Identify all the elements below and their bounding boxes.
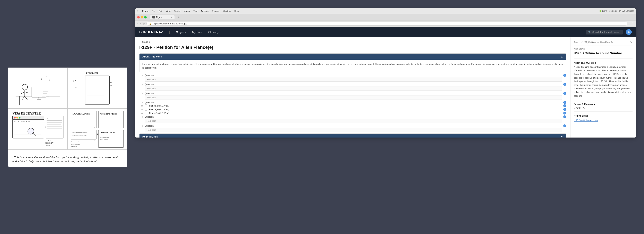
info-icon-1[interactable]: i [563,74,566,77]
minimize-button[interactable] [141,16,143,19]
checkbox-3[interactable] [144,112,147,114]
info-icon-3[interactable]: i [563,92,566,95]
menu-arrange[interactable]: Arrange [201,10,209,12]
info-icon-4[interactable]: i [563,101,566,104]
form-field-row-1: • [139,77,566,82]
svg-text:?: ? [46,74,47,77]
question-label-5: Question [144,115,562,118]
user-avatar[interactable]: S [626,29,632,35]
browser-tab-figma[interactable]: Figma ✕ [150,15,174,19]
tab-close-button[interactable]: ✕ [170,16,172,19]
checkbox-1[interactable] [144,104,147,107]
info-icon-6[interactable]: i [563,124,566,127]
info-icon-2[interactable]: i [563,83,566,86]
sketch-panel: ? ? ? FORM-129F [8,68,127,167]
panel-helpful-link[interactable]: USCIS – Online Account [574,119,598,122]
new-tab-button[interactable]: + [178,16,180,19]
back-button[interactable]: ‹ [137,22,138,25]
svg-rect-22 [85,76,110,104]
divider-3 [574,111,632,112]
field-input-1[interactable] [144,77,562,82]
about-form-accordion-body: Lorem ipsum dolor sit amet, consectetur … [140,60,566,72]
panel-close-button[interactable]: ✕ [630,41,632,44]
nav-divider: | [169,30,170,34]
row-prefix: x. [139,83,144,86]
svg-text:FORM-129F: FORM-129F [86,72,98,74]
panel-title: Form | I-129F, Petition for Alien Finacé… [574,41,613,44]
search-bar[interactable]: 🔍 Search For Forms & Terms [586,30,623,35]
close-button[interactable] [137,16,140,19]
checkbox-label-3: Fiance(e) (K-1 Visa) [149,112,562,114]
browser-window:  Figma File Edit View Object Vector Tex… [135,8,636,138]
panel-format-example: CA295770 [574,106,632,109]
form-question-row-6: x. Question i [139,124,566,127]
info-icon-5[interactable]: i [563,115,566,118]
refresh-button[interactable]: ↻ [142,22,145,25]
nav-stages[interactable]: Stages › [176,31,186,34]
brand-name: BORDER✈NAV [139,30,163,34]
row-prefix: x. [139,125,144,127]
os-menubar:  Figma File Edit View Object Vector Tex… [135,8,636,14]
main-layout: ← Stage 1 I-129F - Petition for Alien Fi… [135,37,636,138]
lock-icon: 🔒 [149,23,152,25]
nav-glossary[interactable]: Glossary [208,31,218,34]
form-field-row-5: • [139,119,566,123]
svg-text:eligible to access: eligible to access [100,139,108,140]
field-input-6[interactable] [144,128,562,132]
menu-view[interactable]: View [166,10,171,12]
maximize-button[interactable] [144,16,147,19]
address-bar[interactable]: 🔒 https://www.bordernav.com/stages [146,22,627,26]
checkbox-row-3: xx. Fiance(e) (K-1 Visa) i [139,112,566,114]
forward-button[interactable]: › [140,22,141,25]
field-input-5[interactable] [144,119,562,123]
field-input-3[interactable] [144,95,562,100]
menu-file[interactable]: File [152,10,156,12]
question-label-1: Question [144,74,562,77]
more-options-button[interactable]: ⋮ [630,22,634,26]
row-prefix: x. [139,92,144,95]
helpful-links-chevron-icon: ▼ [561,135,563,138]
menu-plugins[interactable]: Plugins [212,10,220,12]
menu-edit[interactable]: Edit [158,10,162,12]
svg-text:?: ? [41,77,42,81]
sketch-cell-top-left: ? ? ? [8,68,68,108]
datetime: Mon 1:11 PM Eva Schipper [609,10,634,12]
row-prefix: x. [139,116,144,118]
panel-header: Form | I-129F, Petition for Alien Finacé… [574,41,632,46]
apple-logo:  [137,10,138,12]
field-input-2[interactable] [144,86,562,91]
menu-text[interactable]: Text [193,10,198,12]
sketch-cell-bottom-left: VISA DECRYPTER ① PETITION FOR ALIEN [8,108,68,150]
svg-text:TIA: TIA [47,118,48,119]
menu-window[interactable]: Window [223,10,231,12]
os-menubar-right: 🔋 100% Mon 1:11 PM Eva Schipper [599,10,634,12]
form-question-row-4: x. Question i [139,101,566,104]
menu-help[interactable]: Help [234,10,239,12]
svg-text:① PETITION FOR ALIEN: ① PETITION FOR ALIEN [14,121,30,122]
menu-object[interactable]: Object [174,10,180,12]
nav-my-files[interactable]: My Files [192,31,202,34]
browser-nav: ‹ › ↻ 🔒 https://www.bordernav.com/stages… [135,21,636,27]
info-icon-cb2[interactable]: i [563,108,566,111]
about-form-accordion-header[interactable]: About This Form ▲ [140,54,566,60]
svg-text:TERMS: TERMS [46,145,52,147]
page-title: I-129F - Petition for Alien Fiancé(e) [139,45,566,50]
form-question-row-2: x. Question i [139,83,566,86]
checkbox-row-1: xx. Fiance(e) (K-1 Visa) i [139,104,566,107]
helpful-links-accordion-header[interactable]: Helpful Links ▼ [140,134,566,138]
row-prefix: x. [139,101,144,104]
svg-text:GLOSSARY: GLOSSARY [45,142,54,144]
svg-text:VISA DECRYPTER: VISA DECRYPTER [12,111,41,115]
svg-text:POTENTIAL RISKS!: POTENTIAL RISKS! [100,113,117,115]
checkbox-2[interactable] [144,108,147,111]
tab-favicon [152,16,155,19]
checkbox-label-1: Fiance(e) (K-1 Visa) [149,104,562,107]
info-icon-cb3[interactable]: i [563,112,566,114]
info-icon-cb1[interactable]: i [563,104,566,107]
helpful-links-accordion: Helpful Links ▼ [139,134,566,138]
app-nav: BORDER✈NAV | Stages › My Files Glossary … [135,27,636,37]
form-question-row-5: x. Question i [139,115,566,118]
breadcrumb[interactable]: ← Stage 1 [139,41,566,43]
menu-vector[interactable]: Vector [184,10,190,12]
menu-figma[interactable]: Figma [142,10,148,12]
